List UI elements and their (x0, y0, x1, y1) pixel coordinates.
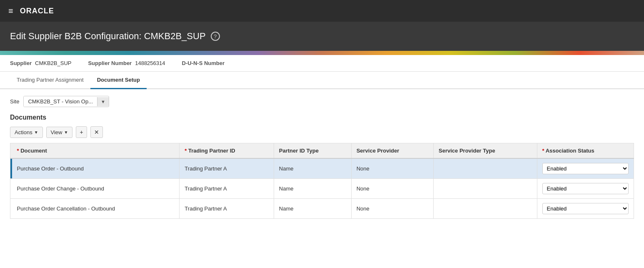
oracle-logo: ORACLE (20, 7, 54, 15)
supplier-info-item: Supplier CMKB2B_SUP (10, 60, 71, 66)
col-header-partner-id-type: Partner ID Type (274, 143, 351, 159)
tabs-bar: Trading Partner Assignment Document Setu… (0, 72, 644, 89)
cell-document: Purchase Order - Outbound (12, 158, 180, 179)
supplier-number-value: 1488256314 (135, 60, 165, 66)
association-status-select[interactable]: EnabledDisabled (542, 203, 629, 214)
tab-trading-partner-assignment[interactable]: Trading Partner Assignment (10, 72, 90, 89)
supplier-value: CMKB2B_SUP (35, 60, 71, 66)
association-status-select[interactable]: EnabledDisabled (542, 163, 629, 174)
add-button[interactable]: + (76, 126, 87, 138)
hamburger-icon[interactable]: ≡ (8, 6, 13, 16)
cell-association-status[interactable]: EnabledDisabled (537, 179, 634, 199)
actions-label: Actions (15, 129, 32, 135)
cell-trading-partner-id: Trading Partner A (180, 158, 274, 179)
page-title: Edit Supplier B2B Configuration: CMKB2B_… (10, 31, 206, 42)
supplier-number-item: Supplier Number 1488256314 (88, 60, 165, 66)
cell-service-provider-type (434, 158, 537, 179)
cell-service-provider-type (434, 179, 537, 199)
table-row[interactable]: Purchase Order Cancellation - OutboundTr… (10, 199, 634, 219)
col-header-association-status: Association Status (537, 143, 634, 159)
cell-service-provider: None (351, 199, 433, 219)
table-row[interactable]: Purchase Order - OutboundTrading Partner… (10, 158, 634, 179)
cell-trading-partner-id: Trading Partner A (180, 179, 274, 199)
site-dropdown-button[interactable]: ▼ (97, 97, 109, 106)
actions-chevron-icon: ▼ (34, 130, 38, 135)
view-button[interactable]: View ▼ (46, 127, 73, 138)
cell-service-provider: None (351, 158, 433, 179)
site-row: Site CMKB2B_ST - Vision Op... ▼ (10, 96, 634, 107)
col-header-service-provider: Service Provider (351, 143, 433, 159)
cell-service-provider-type (434, 199, 537, 219)
cell-trading-partner-id: Trading Partner A (180, 199, 274, 219)
documents-table: Document Trading Partner ID Partner ID T… (10, 143, 634, 219)
view-label: View (51, 129, 62, 135)
site-label: Site (10, 98, 19, 105)
cell-document: Purchase Order Cancellation - Outbound (12, 199, 180, 219)
supplier-label: Supplier (10, 60, 32, 66)
documents-section-title: Documents (10, 114, 634, 121)
actions-button[interactable]: Actions ▼ (10, 127, 43, 138)
toolbar: Actions ▼ View ▼ + ✕ (10, 126, 634, 138)
cell-association-status[interactable]: EnabledDisabled (537, 158, 634, 179)
tab-document-setup[interactable]: Document Setup (90, 72, 147, 89)
association-status-select[interactable]: EnabledDisabled (542, 183, 629, 194)
table-row[interactable]: Purchase Order Change - OutboundTrading … (10, 179, 634, 199)
decorative-banner (0, 51, 644, 55)
cell-partner-id-type: Name (274, 179, 351, 199)
delete-button[interactable]: ✕ (90, 126, 103, 138)
help-icon[interactable]: ? (211, 32, 220, 41)
view-chevron-icon: ▼ (64, 130, 68, 135)
cell-partner-id-type: Name (274, 158, 351, 179)
supplier-number-label: Supplier Number (88, 60, 132, 66)
duns-label: D-U-N-S Number (182, 60, 225, 66)
page-title-bar: Edit Supplier B2B Configuration: CMKB2B_… (0, 22, 644, 51)
col-header-document: Document (12, 143, 180, 159)
duns-number-item: D-U-N-S Number (182, 60, 228, 66)
top-header: ≡ ORACLE (0, 0, 644, 22)
cell-partner-id-type: Name (274, 199, 351, 219)
cell-service-provider: None (351, 179, 433, 199)
site-select-wrapper[interactable]: CMKB2B_ST - Vision Op... ▼ (23, 96, 109, 107)
site-select-text: CMKB2B_ST - Vision Op... (24, 96, 97, 107)
col-header-service-provider-type: Service Provider Type (434, 143, 537, 159)
supplier-info-bar: Supplier CMKB2B_SUP Supplier Number 1488… (0, 55, 644, 72)
cell-document: Purchase Order Change - Outbound (12, 179, 180, 199)
main-content: Site CMKB2B_ST - Vision Op... ▼ Document… (0, 89, 644, 225)
table-header-row: Document Trading Partner ID Partner ID T… (10, 143, 634, 159)
col-header-trading-partner-id: Trading Partner ID (180, 143, 274, 159)
cell-association-status[interactable]: EnabledDisabled (537, 199, 634, 219)
